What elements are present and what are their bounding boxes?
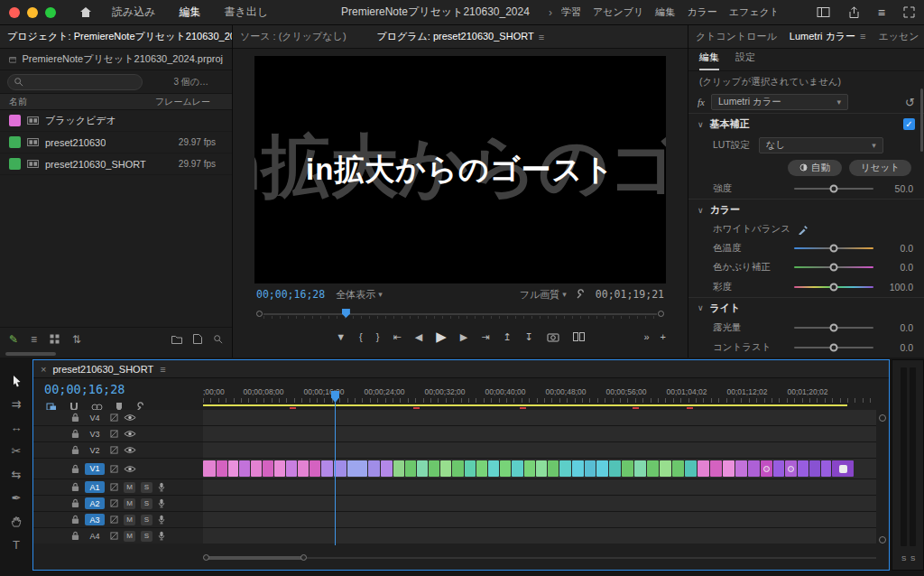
vscroll-bottom-handle[interactable] xyxy=(879,536,886,543)
project-row[interactable]: preset210630 29.97 fps xyxy=(0,132,232,153)
track-A1-label[interactable]: A1 xyxy=(85,481,105,493)
slider-handle[interactable] xyxy=(830,324,838,332)
track-A1-header[interactable]: A1MS xyxy=(33,479,203,495)
project-row[interactable]: ブラックビデオ xyxy=(0,110,232,132)
timeline-clip[interactable] xyxy=(465,460,476,477)
sync-lock-icon[interactable] xyxy=(110,499,118,507)
saturation-slider[interactable] xyxy=(794,286,873,288)
timeline-clip[interactable] xyxy=(286,460,297,477)
timeline-clip[interactable] xyxy=(251,460,262,477)
minimize-window-button[interactable] xyxy=(27,7,38,18)
track-A4-header[interactable]: A4MS xyxy=(33,528,203,543)
panel-layout-icon[interactable] xyxy=(817,6,830,18)
eyedropper-icon[interactable] xyxy=(798,224,808,235)
timeline-clip[interactable] xyxy=(347,460,367,477)
timeline-clip[interactable] xyxy=(572,460,584,477)
mark-out-button[interactable]: } xyxy=(376,331,380,342)
lock-icon[interactable] xyxy=(71,482,79,492)
column-framerate[interactable]: フレームレー xyxy=(155,96,210,108)
close-window-button[interactable] xyxy=(9,7,20,18)
project-row[interactable]: preset210630_SHORT 29.97 fps xyxy=(0,153,232,175)
timeline-clip[interactable] xyxy=(488,460,499,477)
temperature-slider[interactable] xyxy=(794,247,873,249)
comparison-view-icon[interactable] xyxy=(573,332,585,341)
timeline-clip[interactable] xyxy=(381,460,393,477)
scrubber-track[interactable] xyxy=(263,313,657,315)
reset-effect-icon[interactable]: ↺ xyxy=(905,96,915,109)
timeline-clip[interactable] xyxy=(298,460,309,477)
slider-handle[interactable] xyxy=(830,244,838,252)
go-to-in-button[interactable]: ⇤ xyxy=(393,331,401,343)
timeline-clip[interactable] xyxy=(217,460,227,477)
timeline-clip[interactable] xyxy=(368,460,380,477)
mute-button[interactable]: M xyxy=(124,482,135,493)
project-bin-row[interactable]: PremiereNoteプリセット210630_2024.prproj xyxy=(0,49,232,70)
track-V2-header[interactable]: V2 xyxy=(33,442,203,458)
timeline-clip[interactable] xyxy=(710,460,722,477)
monitor-scrubber[interactable] xyxy=(256,307,664,321)
color-section[interactable]: ∨ カラー xyxy=(688,199,924,220)
sync-lock-icon[interactable] xyxy=(110,483,118,491)
track-V4-lane[interactable] xyxy=(203,410,876,425)
lock-icon[interactable] xyxy=(71,498,79,508)
button-editor-add-icon[interactable]: + xyxy=(661,331,666,342)
find-icon[interactable] xyxy=(213,334,223,344)
timeline-clip[interactable] xyxy=(785,460,797,477)
solo-button[interactable]: S xyxy=(141,531,152,542)
voice-over-mic-icon[interactable] xyxy=(158,531,165,541)
solo-button[interactable]: S xyxy=(141,498,152,509)
timeline-clip[interactable] xyxy=(476,460,487,477)
timeline-clip[interactable] xyxy=(821,460,831,477)
lock-icon[interactable] xyxy=(71,445,79,455)
tab-essential-graphics[interactable]: エッセン xyxy=(879,30,919,43)
timeline-clip[interactable] xyxy=(748,460,760,477)
panel-menu-icon[interactable]: ≡ xyxy=(160,364,165,375)
slider-handle[interactable] xyxy=(830,344,838,352)
stacked-panels-icon[interactable]: ≡ xyxy=(878,5,885,20)
timeline-clip[interactable] xyxy=(417,460,428,477)
share-icon[interactable] xyxy=(848,6,860,19)
panel-menu-icon[interactable]: ≡ xyxy=(539,32,544,42)
timeline-clip[interactable] xyxy=(321,460,333,477)
track-V1-header[interactable]: V1 xyxy=(33,459,203,478)
timeline-clip[interactable] xyxy=(203,460,216,477)
export-frame-camera-icon[interactable] xyxy=(547,332,559,342)
track-A3-header[interactable]: A3MS xyxy=(33,512,203,527)
timeline-ruler[interactable]: ;00;0000;00;08;0000;00;16;0000;00;24;000… xyxy=(203,380,876,408)
add-marker-button[interactable]: ▼ xyxy=(336,331,346,342)
new-bin-icon[interactable] xyxy=(171,335,182,344)
timeline-clip[interactable] xyxy=(536,460,547,477)
sync-lock-icon[interactable] xyxy=(110,516,118,524)
mute-button[interactable]: M xyxy=(124,498,135,509)
timeline-timecode[interactable]: 00;00;16;28 xyxy=(44,382,125,396)
timeline-clip[interactable] xyxy=(585,460,596,477)
scrubber-right-handle[interactable] xyxy=(658,311,664,317)
lumetri-scrollbar[interactable] xyxy=(920,88,923,152)
position-timecode[interactable]: 00;00;16;28 xyxy=(256,288,325,301)
sync-lock-icon[interactable] xyxy=(110,465,118,473)
timeline-clip[interactable] xyxy=(310,460,320,477)
step-back-button[interactable]: ◀ xyxy=(415,331,422,343)
timeline-clip[interactable] xyxy=(609,460,621,477)
timeline-clip[interactable] xyxy=(524,460,535,477)
auto-button[interactable]: 自動 xyxy=(788,160,842,176)
track-V1-lane[interactable] xyxy=(203,459,876,478)
track-A2-label[interactable]: A2 xyxy=(85,497,105,509)
lock-icon[interactable] xyxy=(71,515,79,525)
contrast-slider[interactable] xyxy=(794,347,873,348)
extract-button[interactable]: ↧ xyxy=(525,331,533,343)
hscroll-right-handle[interactable] xyxy=(300,554,307,561)
label-color-chip[interactable] xyxy=(9,136,21,148)
timeline-clip[interactable] xyxy=(274,460,285,477)
fullscreen-icon[interactable] xyxy=(903,6,915,18)
timeline-clip[interactable] xyxy=(672,460,684,477)
effect-select[interactable]: Lumetri カラー ▾ xyxy=(711,94,848,110)
mute-button[interactable]: M xyxy=(124,531,135,542)
timeline-clip[interactable] xyxy=(647,460,659,477)
menu-import[interactable]: 読み込み xyxy=(112,5,156,20)
playback-quality-select[interactable]: フル画質 ▾ xyxy=(520,288,567,302)
workspace-item-2[interactable]: 編集 xyxy=(655,5,675,19)
intensity-slider[interactable] xyxy=(794,188,873,190)
timeline-clip[interactable] xyxy=(228,460,238,477)
track-A2-lane[interactable] xyxy=(203,496,876,511)
